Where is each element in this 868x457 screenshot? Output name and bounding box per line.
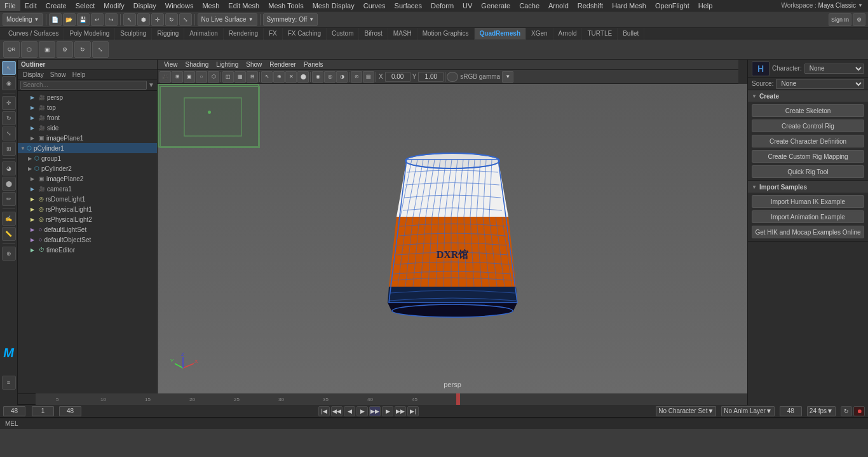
tree-item-pcylinder2[interactable]: ▶ ⬡ pCylinder2 [18,163,157,174]
universal-tool[interactable]: ⊞ [2,142,16,156]
menu-edit-mesh[interactable]: Edit Mesh [224,0,264,11]
vp-wireframe2-btn[interactable]: ⬡ [208,71,219,83]
select-tool[interactable]: ↖ [2,61,16,75]
prev-frame-btn[interactable]: ◀ [344,406,355,416]
autokey-btn[interactable]: ⏺ [853,406,865,416]
vp-snap3-btn[interactable]: ⬤ [297,71,309,83]
tree-item-defaultlightset[interactable]: ▶ ○ defaultLightSet [18,224,157,235]
menu-deform[interactable]: Deform [426,0,458,11]
menu-mesh-tools[interactable]: Mesh Tools [264,0,308,11]
import-section-header[interactable]: ▼ Import Samples [748,181,868,193]
vp-light-btn[interactable]: ◎ [324,71,336,83]
viewport-menu-view[interactable]: View [161,61,181,68]
vp-smooth-btn[interactable]: ○ [196,71,207,83]
lasso-tool-btn[interactable]: ⬢ [137,13,150,26]
measure-tool[interactable]: 📏 [2,227,16,241]
shelf-tab-poly[interactable]: Poly Modeling [64,28,115,39]
save-scene-btn[interactable]: 💾 [77,13,90,26]
outliner-search-input[interactable] [20,81,147,90]
create-section-header[interactable]: ▼ Create [748,90,868,102]
sculpt-tool[interactable]: ⬤ [2,177,16,191]
vp-grid-btn[interactable]: ⊞ [172,71,183,83]
menu-uv[interactable]: UV [458,0,477,11]
menu-openflight[interactable]: OpenFlight [651,0,694,11]
menu-windows[interactable]: Windows [161,0,198,11]
new-scene-btn[interactable]: 📄 [49,13,62,26]
vp-gamma-btn[interactable] [447,72,458,82]
shelf-tab-quadremesh[interactable]: QuadRemesh [475,28,526,39]
get-hik-mocap-btn[interactable]: Get HIK and Mocap Examples Online [752,226,864,238]
menu-modify[interactable]: Modify [99,0,128,11]
import-human-ik-btn[interactable]: Import Human IK Example [752,195,864,208]
menu-surfaces[interactable]: Surfaces [390,0,426,11]
vp-translate-x[interactable] [385,72,410,82]
scale-tool[interactable]: ⤡ [2,126,16,140]
show-manipulator[interactable]: ⊕ [2,247,16,261]
play-forward-btn[interactable]: ▶▶ [369,406,381,416]
vp-isolate-btn[interactable]: ◉ [312,71,323,83]
timeline-ruler[interactable]: 5 10 15 20 25 30 35 40 45 [36,393,747,405]
quick-rig-tool-btn[interactable]: Quick Rig Tool [752,165,864,178]
paint-tool[interactable]: ✏ [2,192,16,206]
tree-item-imageplane1[interactable]: ▶ ▣ imagePlane1 [18,133,157,143]
menu-curves[interactable]: Curves [359,0,390,11]
vp-shadow-btn[interactable]: ◑ [336,71,348,83]
vp-xray-btn[interactable]: ⊙ [351,71,362,83]
range-start-input[interactable] [32,406,54,416]
outliner-menu-help[interactable]: Help [69,71,89,78]
move-tool-btn[interactable]: ✛ [151,13,164,26]
tree-item-group1[interactable]: ▶ ⬡ group1 [18,153,157,163]
menu-file[interactable]: File [0,0,20,11]
viewport-menu-lighting[interactable]: Lighting [213,61,241,68]
fps-dropdown[interactable]: 24 fps ▼ [807,406,836,416]
vp-select-btn[interactable]: ↖ [261,71,273,83]
tree-item-persp[interactable]: ▶ 🎥 persp [18,92,157,102]
tree-item-camera1[interactable]: ▶ 🎥 camera1 [18,184,157,194]
channel-box-btn[interactable]: ≡ [2,376,16,390]
range-end-input[interactable] [59,406,81,416]
viewport-menu-show[interactable]: Show [243,61,265,68]
tree-item-front[interactable]: ▶ 🎥 front [18,113,157,123]
sign-in-btn[interactable]: Sign In [829,13,851,26]
select-tool-btn[interactable]: ↖ [123,13,136,26]
shelf-icon-6[interactable]: ⤡ [92,41,109,58]
outliner-menu-display[interactable]: Display [20,71,47,78]
outliner-menu-show[interactable]: Show [47,71,69,78]
shelf-tab-arnold[interactable]: Arnold [553,28,583,39]
shelf-tab-bullet[interactable]: Bullet [618,28,644,39]
tree-item-defaultobjectset[interactable]: ▶ ○ defaultObjectSet [18,235,157,245]
viewport-menu-panels[interactable]: Panels [301,61,327,68]
shelf-icon-1[interactable]: QR [3,41,20,58]
create-custom-rig-btn[interactable]: Create Custom Rig Mapping [752,150,864,163]
vp-snap-btn[interactable]: ⊕ [273,71,285,83]
shelf-tab-xgen[interactable]: XGen [526,28,553,39]
gamma-dropdown-btn[interactable]: ▼ [502,71,513,83]
annotation-tool[interactable]: ✍ [2,212,16,226]
vp-four-view-btn[interactable]: ⊟ [247,71,258,83]
shelf-tab-rendering[interactable]: Rendering [224,28,264,39]
vp-perspective-btn[interactable]: ◫ [222,71,234,83]
go-end-btn[interactable]: ▶| [407,406,419,416]
tree-item-rsphysicallight2[interactable]: ▶ ◎ rsPhysicalLight2 [18,214,157,224]
redo-btn[interactable]: ↪ [105,13,118,26]
move-tool[interactable]: ✛ [2,96,16,110]
settings-btn[interactable]: ⚙ [853,13,865,26]
menu-select[interactable]: Select [71,0,100,11]
menu-mesh[interactable]: Mesh [198,0,224,11]
current-frame-input[interactable] [3,406,25,416]
rotate-tool[interactable]: ↻ [2,111,16,125]
shelf-tab-rigging[interactable]: Rigging [152,28,184,39]
create-control-rig-btn[interactable]: Create Control Rig [752,119,864,132]
vp-ortho-btn[interactable]: ▦ [234,71,246,83]
shelf-tab-turtle[interactable]: TURTLE [582,28,618,39]
shelf-tab-animation[interactable]: Animation [184,28,223,39]
menu-help[interactable]: Help [694,0,717,11]
menu-display[interactable]: Display [129,0,161,11]
module-dropdown[interactable]: Modeling ▼ [3,13,43,26]
next-frame-btn[interactable]: ▶ [382,406,393,416]
shelf-tab-curves[interactable]: Curves / Surfaces [3,28,64,39]
next-key-btn[interactable]: ▶▶ [395,406,406,416]
import-animation-btn[interactable]: Import Animation Example [752,210,864,223]
tree-item-pcylinder1[interactable]: ▼ ⬡ pCylinder1 [18,143,157,153]
undo-btn[interactable]: ↩ [91,13,104,26]
